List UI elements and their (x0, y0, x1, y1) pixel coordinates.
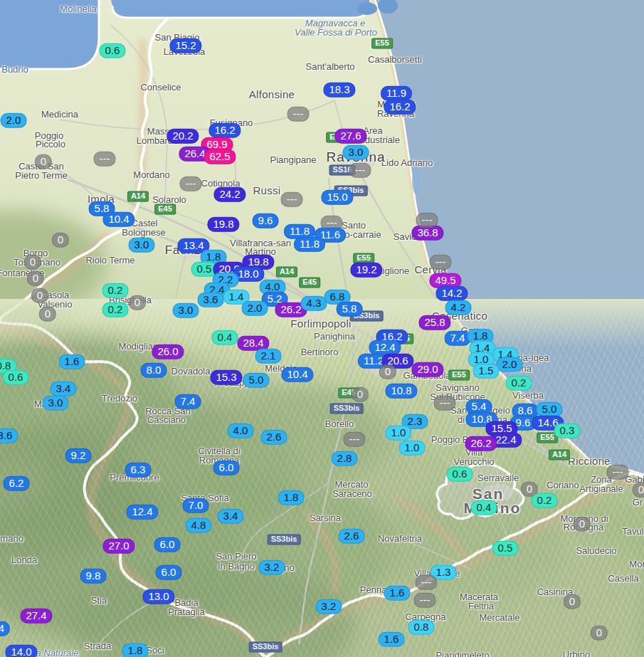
value-badge[interactable]: 10.8 (385, 384, 417, 399)
value-badge[interactable]: 3.0 (129, 238, 155, 253)
value-badge[interactable]: 12.4 (369, 340, 401, 355)
value-badge[interactable]: 10.4 (102, 212, 134, 227)
value-badge[interactable]: 27.6 (334, 129, 366, 144)
value-badge[interactable]: 3.6 (198, 293, 224, 308)
value-badge[interactable]: 7.0 (183, 498, 209, 513)
value-badge[interactable]: 6.0 (156, 565, 182, 580)
value-badge[interactable]: 15.0 (321, 190, 353, 205)
value-badge[interactable]: 12.4 (126, 505, 158, 520)
value-badge[interactable]: 1.6 (379, 632, 405, 647)
value-badge[interactable]: 8.0 (141, 363, 167, 378)
value-badge[interactable]: 19.8 (207, 217, 239, 232)
value-badge[interactable]: 1.8 (278, 490, 305, 505)
value-badge[interactable]: 2.0 (242, 301, 268, 316)
value-badge[interactable]: 1.6 (59, 354, 85, 369)
value-badge[interactable]: 0 (633, 483, 644, 498)
value-badge[interactable]: --- (344, 432, 366, 447)
value-badge[interactable]: 3.4 (218, 509, 244, 524)
value-badge[interactable]: 4.0 (228, 424, 254, 438)
map-canvas[interactable]: MolinellaBudrioSan BiagioLavezzolaConsel… (0, 0, 644, 657)
value-badge[interactable]: --- (349, 163, 371, 178)
value-badge[interactable]: 16.2 (208, 123, 241, 138)
value-badge[interactable]: 2.6 (339, 529, 365, 544)
value-badge[interactable]: 2.0 (1, 113, 27, 128)
value-badge[interactable]: --- (94, 152, 116, 167)
value-badge[interactable]: --- (180, 177, 202, 191)
value-badge[interactable]: 4.8 (186, 518, 212, 533)
value-badge[interactable]: --- (607, 465, 629, 480)
value-badge[interactable]: 0 (31, 288, 48, 303)
value-badge[interactable]: 4 (0, 621, 10, 636)
value-badge[interactable]: 0 (35, 154, 52, 169)
value-badge[interactable]: 0 (591, 626, 608, 641)
value-badge[interactable]: 0.6 (100, 43, 126, 58)
value-badge[interactable]: 1.5 (473, 364, 500, 379)
value-badge[interactable]: 14.2 (436, 286, 468, 301)
value-badge[interactable]: 6.2 (4, 476, 30, 491)
value-badge[interactable]: 2.8 (332, 451, 358, 466)
value-badge[interactable]: 0 (27, 271, 44, 286)
value-badge[interactable]: 11.8 (294, 237, 325, 252)
value-badge[interactable]: 27.0 (102, 539, 134, 554)
value-badge[interactable]: 0 (52, 233, 69, 248)
value-badge[interactable]: 0.4 (471, 500, 497, 515)
value-badge[interactable]: 2.0 (497, 357, 523, 372)
value-badge[interactable]: 0.6 (447, 467, 473, 482)
value-badge[interactable]: 26.2 (465, 436, 497, 451)
value-badge[interactable]: 2.1 (255, 349, 282, 364)
value-badge[interactable]: --- (287, 107, 310, 122)
value-badge[interactable]: 2.6 (261, 430, 287, 445)
value-badge[interactable]: 0.4 (212, 330, 238, 345)
value-badge[interactable]: 14.0 (5, 645, 37, 657)
value-badge[interactable]: 0 (574, 517, 591, 532)
value-badge[interactable]: 7.4 (175, 394, 201, 409)
value-badge[interactable]: 26.0 (152, 345, 184, 359)
value-badge[interactable]: --- (416, 213, 438, 228)
value-badge[interactable]: 36.8 (411, 226, 443, 241)
value-badge[interactable]: 20.2 (167, 129, 199, 144)
value-badge[interactable]: 5.0 (537, 402, 563, 417)
value-badge[interactable]: 5.8 (337, 302, 363, 317)
value-badge[interactable]: 3.2 (259, 560, 285, 575)
value-badge[interactable]: 18.3 (323, 83, 355, 98)
value-badge[interactable]: 16.2 (384, 100, 416, 115)
value-badge[interactable]: 0 (379, 364, 396, 379)
value-badge[interactable]: --- (416, 575, 438, 590)
value-badge[interactable]: 0 (564, 594, 581, 609)
value-badge[interactable]: 10.4 (281, 367, 313, 382)
value-badge[interactable]: 4.2 (445, 300, 472, 315)
value-badge[interactable]: 0.5 (492, 541, 519, 556)
value-badge[interactable]: 5.0 (243, 373, 270, 388)
value-badge[interactable]: 3.0 (173, 303, 199, 318)
value-badge[interactable]: 0 (129, 295, 146, 310)
value-badge[interactable]: 27.4 (20, 609, 52, 624)
value-badge[interactable]: 0 (24, 255, 41, 270)
value-badge[interactable]: 0 (352, 387, 369, 402)
value-badge[interactable]: 15.3 (210, 370, 242, 385)
value-badge[interactable]: --- (430, 255, 452, 270)
value-badge[interactable]: 6.3 (125, 463, 152, 478)
value-badge[interactable]: 3.2 (316, 599, 342, 614)
value-badge[interactable]: 3.0 (43, 396, 69, 411)
value-badge[interactable]: --- (281, 192, 303, 207)
value-badge[interactable]: 3.6 (0, 429, 18, 443)
value-badge[interactable]: 3.0 (343, 145, 369, 160)
value-badge[interactable]: 1.8 (122, 643, 149, 657)
value-badge[interactable]: 0.8 (408, 620, 435, 635)
value-badge[interactable]: 0.2 (506, 376, 532, 391)
value-badge[interactable]: 13.0 (142, 589, 174, 604)
value-badge[interactable]: 0.2 (102, 283, 129, 298)
value-badge[interactable]: 0.2 (102, 303, 129, 317)
value-badge[interactable]: 11.9 (381, 86, 412, 101)
value-badge[interactable]: 15.2 (169, 38, 201, 53)
value-badge[interactable]: 29.0 (411, 362, 443, 377)
value-badge[interactable]: 0.2 (532, 493, 558, 508)
value-badge[interactable]: 24.2 (213, 187, 246, 202)
value-badge[interactable]: 1.6 (384, 586, 411, 601)
value-badge[interactable]: --- (434, 396, 456, 411)
value-badge[interactable]: 19.2 (350, 263, 382, 278)
value-badge[interactable]: 1.0 (386, 426, 412, 441)
value-badge[interactable]: 6.0 (213, 461, 240, 475)
value-badge[interactable]: 9.2 (65, 448, 92, 463)
value-badge[interactable]: 9.6 (253, 214, 279, 228)
